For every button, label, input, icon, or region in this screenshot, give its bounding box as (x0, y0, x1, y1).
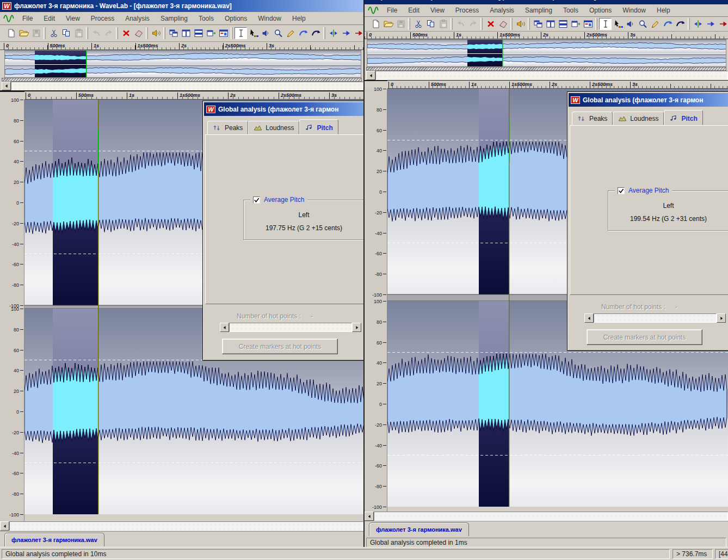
window-titlebar-partial[interactable]: флажолет 3-я гармоника - WaveLab - [флаж… (365, 0, 728, 4)
toolbar-button-window-switch[interactable] (569, 18, 582, 30)
menu-edit[interactable]: Edit (403, 5, 424, 15)
tab-loudness[interactable]: Loudness (613, 112, 664, 125)
scroll-track[interactable] (9, 521, 363, 531)
menu-process[interactable]: Process (451, 5, 484, 15)
menu-sampling[interactable]: Sampling (520, 5, 557, 15)
toolbar-button-window-tile-horizontal[interactable] (557, 18, 569, 30)
toolbar-button-tool-pencil[interactable] (285, 27, 297, 39)
toolbar-button-paste[interactable] (72, 27, 85, 39)
toolbar-button-open-file[interactable] (17, 27, 30, 39)
overview-scrollbar[interactable] (2, 82, 363, 90)
scroll-track[interactable] (229, 323, 352, 332)
menu-file[interactable]: File (17, 14, 38, 23)
toolbar-button-open-file[interactable] (382, 18, 394, 30)
scroll-left-button[interactable] (584, 313, 594, 323)
toolbar-button-tool-speaker[interactable] (624, 18, 637, 30)
toolbar-button-marker-insert[interactable] (692, 18, 704, 30)
menu-help[interactable]: Help (287, 14, 311, 23)
tab-loudness[interactable]: Loudness (248, 121, 299, 134)
window-titlebar[interactable]: W флажолет 3-я гармоника - WaveLab - [фл… (0, 0, 363, 12)
overview-canvas[interactable] (367, 40, 726, 67)
scroll-track[interactable] (374, 512, 728, 521)
dialog-titlebar[interactable]: W Global analysis (флажолет 3-я гармон (569, 93, 728, 107)
menu-edit[interactable]: Edit (39, 14, 60, 23)
toolbar-button-undo[interactable] (454, 18, 467, 30)
overview-canvas[interactable] (5, 51, 361, 78)
toolbar-button-copy[interactable] (424, 18, 437, 30)
overview-waveform[interactable] (4, 50, 361, 78)
toolbar-button-erase[interactable] (132, 27, 145, 39)
scroll-right-button[interactable] (717, 313, 726, 323)
menu-view[interactable]: View (425, 5, 449, 15)
toolbar-button-tool-speaker[interactable] (260, 27, 272, 39)
toolbar-button-new-file[interactable] (5, 27, 17, 39)
toolbar-button-marker-play-from[interactable] (340, 27, 352, 39)
menu-sampling[interactable]: Sampling (156, 14, 193, 23)
toolbar-button-undo[interactable] (90, 27, 102, 39)
document-tab[interactable]: флажолет 3-я гармоника.wav (4, 533, 104, 546)
scroll-right-button[interactable] (352, 323, 361, 332)
toolbar-button-tool-play-pause[interactable] (674, 18, 687, 30)
toolbar-button-window-switch[interactable] (205, 27, 217, 39)
toolbar-button-window-layout[interactable] (217, 27, 230, 39)
menu-tools[interactable]: Tools (558, 5, 583, 15)
toolbar-button-erase[interactable] (497, 18, 509, 30)
toolbar-button-window-cascade[interactable] (532, 18, 544, 30)
toolbar-button-paste[interactable] (437, 18, 449, 30)
scroll-track[interactable] (594, 313, 717, 323)
toolbar-button-cut[interactable] (412, 18, 424, 30)
create-markers-button[interactable]: Create markers at hot points (587, 329, 702, 345)
scroll-track[interactable] (11, 82, 363, 90)
tab-peaks[interactable]: Peaks (572, 112, 613, 125)
editor-scrollbar[interactable] (0, 521, 363, 531)
toolbar-button-redo[interactable] (467, 18, 479, 30)
average-pitch-checkbox[interactable] (618, 187, 625, 194)
toolbar-button-marker-play-to[interactable] (717, 18, 728, 30)
toolbar-button-redo[interactable] (102, 27, 115, 39)
toolbar-button-tool-zoom[interactable] (637, 18, 649, 30)
scroll-left-button[interactable] (2, 82, 11, 90)
menu-view[interactable]: View (61, 14, 85, 23)
menu-file[interactable]: File (382, 5, 402, 15)
toolbar-button-marker-play-to[interactable] (352, 27, 365, 39)
hot-points-scrollbar[interactable] (220, 323, 361, 332)
editor-scrollbar[interactable] (365, 512, 728, 521)
toolbar-button-marker-play-from[interactable] (704, 18, 717, 30)
scroll-left-button[interactable] (220, 323, 229, 332)
toolbar-button-tool-ibeam[interactable] (599, 18, 612, 30)
toolbar-button-tool-ibeam[interactable] (235, 27, 247, 39)
toolbar-button-tool-color-arrow[interactable] (247, 27, 260, 39)
toolbar-button-window-cascade[interactable] (167, 27, 180, 39)
toolbar-button-tool-pencil[interactable] (649, 18, 662, 30)
scroll-left-button[interactable] (0, 521, 9, 531)
menu-help[interactable]: Help (652, 5, 675, 15)
create-markers-button[interactable]: Create markers at hot points (222, 339, 338, 354)
average-pitch-checkbox[interactable] (253, 196, 260, 204)
menu-analysis[interactable]: Analysis (120, 14, 155, 23)
dialog-titlebar[interactable]: W Global analysis (флажолет 3-я гармон (204, 102, 365, 116)
toolbar-button-delete[interactable] (120, 27, 132, 39)
toolbar-button-window-tile-vertical[interactable] (180, 27, 192, 39)
toolbar-button-tool-zoom[interactable] (272, 27, 285, 39)
scroll-left-button[interactable] (365, 512, 374, 521)
toolbar-button-save-file[interactable] (30, 27, 42, 39)
toolbar-button-tool-play-pause[interactable] (310, 27, 322, 39)
toolbar-button-play-audio[interactable] (514, 18, 527, 30)
toolbar-button-window-layout[interactable] (582, 18, 594, 30)
hot-points-scrollbar[interactable] (584, 313, 726, 323)
scroll-left-button[interactable] (366, 71, 375, 80)
menu-window[interactable]: Window (618, 5, 651, 15)
toolbar-button-new-file[interactable] (369, 18, 382, 30)
toolbar-button-delete[interactable] (484, 18, 497, 30)
scroll-track[interactable] (375, 71, 728, 80)
menu-tools[interactable]: Tools (194, 14, 219, 23)
menu-options[interactable]: Options (584, 5, 616, 15)
toolbar-button-tool-color-arrow[interactable] (612, 18, 624, 30)
toolbar-button-tool-play-scrub[interactable] (662, 18, 674, 30)
overview-scrollbar[interactable] (366, 71, 728, 80)
toolbar-button-save-file[interactable] (394, 18, 407, 30)
menu-process[interactable]: Process (86, 14, 119, 23)
toolbar-button-cut[interactable] (47, 27, 60, 39)
tab-peaks[interactable]: Peaks (207, 121, 248, 134)
overview-waveform[interactable] (367, 39, 726, 67)
